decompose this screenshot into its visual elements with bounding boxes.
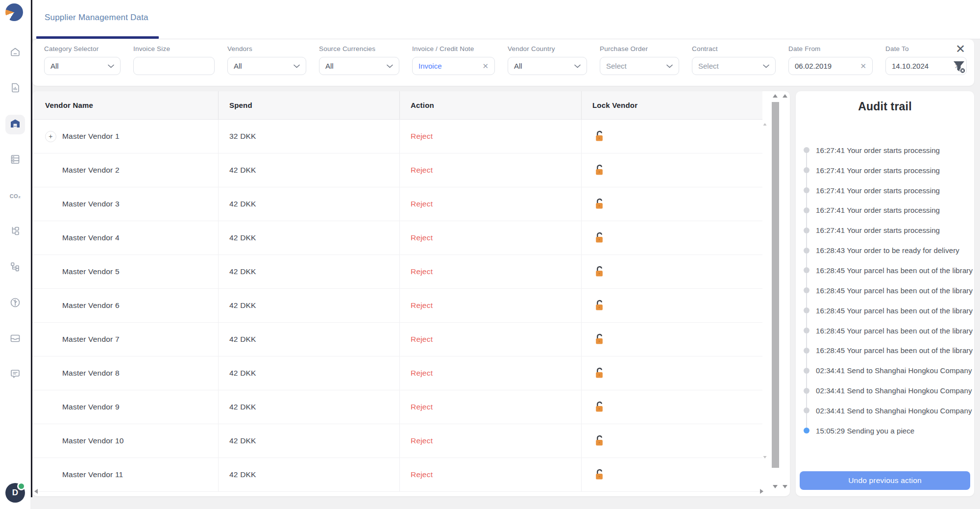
sidebar-item-reports[interactable]: [5, 79, 25, 99]
column-header-vendor-name: Vendor Name: [32, 91, 218, 119]
reject-action-link[interactable]: Reject: [411, 403, 433, 411]
audit-event-text: 16:28:45 Your parcel has been out of the…: [816, 306, 973, 315]
outer-vertical-scrollbar[interactable]: [782, 94, 788, 488]
sidebar-item-warehouse[interactable]: [5, 115, 25, 134]
reject-action-link[interactable]: Reject: [411, 267, 433, 276]
audit-event: 16:28:45 Your parcel has been out of the…: [804, 340, 970, 360]
audit-timeline: 16:27:41 Your order starts processing 16…: [804, 140, 970, 441]
table-row: + Master Vendor 11 42 DKK Reject: [32, 458, 762, 492]
clear-value-icon[interactable]: ✕: [860, 62, 866, 70]
vendors-filter[interactable]: All: [227, 57, 306, 75]
unlock-vendor-icon[interactable]: [594, 265, 605, 278]
audit-event-text: 16:27:41 Your order starts processing: [816, 226, 940, 234]
filter-value: All: [50, 62, 59, 70]
timeline-dot: [804, 328, 809, 333]
reject-action-link[interactable]: Reject: [411, 132, 433, 141]
unlock-vendor-icon[interactable]: [594, 367, 605, 380]
table-row: + Master Vendor 6 42 DKK Reject: [32, 289, 762, 323]
clear-value-icon[interactable]: ✕: [482, 62, 489, 70]
unlock-vendor-icon[interactable]: [594, 299, 605, 312]
vendor-name-cell: Master Vendor 1: [62, 132, 120, 141]
unlock-vendor-icon[interactable]: [594, 130, 605, 143]
undo-previous-action-button[interactable]: Undo previous action: [800, 471, 970, 490]
scroll-left-arrow[interactable]: [34, 489, 38, 494]
invoice-size-filter[interactable]: [133, 57, 215, 75]
vendor-name-cell: Master Vendor 4: [62, 233, 120, 242]
sidebar-item-sustainability[interactable]: [5, 294, 25, 313]
table-scroll-down-icon[interactable]: [763, 456, 767, 458]
filter-label: Source Currencies: [319, 45, 399, 52]
scroll-down-arrow[interactable]: [773, 485, 778, 488]
invoice-credit-note-filter[interactable]: Invoice ✕: [412, 57, 495, 75]
contract-filter[interactable]: Select: [692, 57, 776, 75]
sidebar-item-home[interactable]: [5, 43, 25, 63]
reject-action-link[interactable]: Reject: [411, 233, 433, 242]
audit-event-text: 16:27:41 Your order starts processing: [816, 206, 940, 214]
vendor-table: Vendor Name Spend Action Lock Vendor + M…: [32, 91, 762, 492]
audit-event: 16:28:45 Your parcel has been out of the…: [804, 260, 970, 280]
audit-event-text: 16:27:41 Your order starts processing: [816, 146, 940, 154]
active-tab-underline: [36, 36, 159, 39]
purchase-order-filter[interactable]: Select: [600, 57, 679, 75]
sidebar: CO₂ D: [0, 0, 30, 509]
vendor-country-filter[interactable]: All: [508, 57, 587, 75]
reject-action-link[interactable]: Reject: [411, 166, 433, 175]
category-selector-filter[interactable]: All: [44, 57, 121, 75]
invoice-size-input[interactable]: [140, 61, 208, 71]
unlock-vendor-icon[interactable]: [594, 198, 605, 210]
unlock-vendor-icon[interactable]: [594, 231, 605, 244]
reject-action-link[interactable]: Reject: [411, 335, 433, 344]
sidebar-item-network[interactable]: [5, 258, 25, 278]
outer-scroll-down-arrow[interactable]: [783, 485, 787, 488]
filter-label: Invoice / Credit Note: [412, 45, 495, 52]
expand-row-button[interactable]: +: [45, 131, 56, 142]
source-currencies-filter[interactable]: All: [319, 57, 399, 75]
filter-fields: Category Selector All Invoice Size Vendo…: [44, 45, 967, 75]
audit-event-text: 02:34:41 Send to Shanghai Hongkou Compan…: [816, 366, 972, 375]
date-from-filter[interactable]: 06.02.2019 ✕: [788, 57, 873, 75]
clear-all-filters-icon[interactable]: [951, 59, 967, 76]
audit-event: 16:28:45 Your parcel has been out of the…: [804, 321, 970, 341]
unlock-vendor-icon[interactable]: [594, 333, 605, 346]
scroll-right-arrow[interactable]: [760, 489, 763, 494]
vendor-name-cell: Master Vendor 3: [62, 200, 120, 208]
table-header: Vendor Name Spend Action Lock Vendor: [32, 91, 762, 120]
vendor-name-cell: Master Vendor 9: [62, 403, 120, 411]
vertical-scrollbar[interactable]: [772, 94, 779, 488]
vendor-name-cell: Master Vendor 8: [62, 369, 120, 378]
sidebar-item-co2[interactable]: CO₂: [5, 186, 25, 206]
spend-cell: 42 DKK: [218, 356, 399, 390]
unlock-vendor-icon[interactable]: [594, 434, 605, 447]
sidebar-item-chat[interactable]: [5, 365, 25, 385]
outer-scroll-up-arrow[interactable]: [783, 94, 787, 98]
reject-action-link[interactable]: Reject: [411, 369, 433, 378]
reject-action-link[interactable]: Reject: [411, 470, 433, 479]
unlock-vendor-icon[interactable]: [594, 401, 605, 413]
spend-cell: 42 DKK: [218, 289, 399, 322]
tab-supplier-management-data[interactable]: Supplier Management Data: [45, 13, 148, 23]
close-filters-icon[interactable]: ✕: [954, 41, 967, 57]
reject-action-link[interactable]: Reject: [411, 200, 433, 208]
horizontal-scrollbar[interactable]: [34, 488, 763, 495]
audit-trail-panel: Audit trail 16:27:41 Your order starts p…: [796, 91, 974, 496]
scroll-up-arrow[interactable]: [773, 94, 778, 98]
timeline-dot: [804, 207, 809, 213]
vendor-name-cell: Master Vendor 5: [62, 267, 120, 276]
user-avatar[interactable]: D: [5, 483, 25, 503]
filter-value: Invoice: [418, 62, 442, 70]
sidebar-item-hierarchy[interactable]: [5, 222, 25, 242]
table-scroll-up-icon[interactable]: [763, 123, 767, 126]
unlock-vendor-icon[interactable]: [594, 468, 605, 481]
filter-bar: Category Selector All Invoice Size Vendo…: [32, 39, 974, 86]
reject-action-link[interactable]: Reject: [411, 436, 433, 445]
unlock-vendor-icon[interactable]: [594, 164, 605, 177]
app-logo: [5, 3, 24, 22]
reject-action-link[interactable]: Reject: [411, 301, 433, 310]
sidebar-item-data-rows[interactable]: [5, 151, 25, 170]
sidebar-item-inbox[interactable]: [5, 330, 25, 349]
vendor-name-cell: Master Vendor 6: [62, 301, 120, 310]
table-body: + Master Vendor 1 32 DKK Reject + Master…: [32, 120, 762, 492]
scrollbar-thumb[interactable]: [772, 102, 779, 468]
spend-cell: 32 DKK: [218, 120, 399, 153]
chevron-down-icon: [387, 64, 393, 68]
